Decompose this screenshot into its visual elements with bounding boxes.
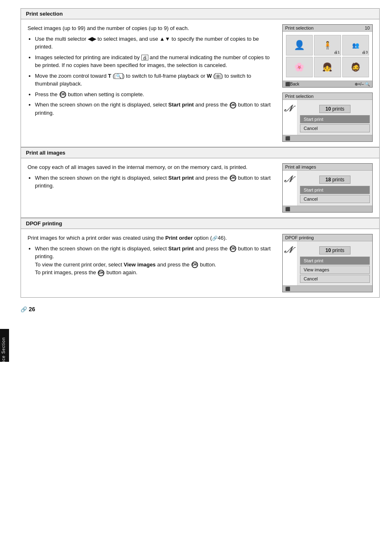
dialog-titlebar-2: Print all images: [283, 164, 372, 171]
dialog-bottom-icon-1: ⬛: [285, 136, 290, 141]
prints-value-2: 18 prints: [319, 176, 350, 184]
print-selection-screens: Print selection 10 👤 🧍 🖨1: [282, 24, 373, 142]
ok-icon-5: OK: [191, 261, 198, 268]
section-print-all-header: Print all images: [21, 148, 379, 158]
camera-mode-icon-1: 𝒩: [284, 103, 292, 114]
dialog-bottom-icon-3: ⬛: [285, 287, 290, 291]
bottom-right-icon: ⊕+/– 🔍: [355, 82, 370, 86]
dialog-bottombar-3: ⬛: [283, 285, 372, 292]
screen-thumbnail-grid: Print selection 10 👤 🧍 🖨1: [282, 24, 373, 88]
dialog-bottombar-2: ⬛: [283, 206, 372, 212]
print-selection-bullets: Use the multi selector ◀▶ to select imag…: [35, 35, 274, 117]
dialog-content-2: 𝒩 18 prints Start print Cancel: [283, 171, 372, 206]
prints-value-1: 10 prints: [319, 105, 350, 113]
section-dpof-body: Print images for which a print order was…: [21, 229, 379, 297]
camera-mode-icon-2: 𝒩: [284, 174, 292, 185]
ok-icon-3: OK: [230, 175, 236, 181]
dialog-left-icon-2: 𝒩: [283, 171, 297, 206]
screen-count-1: 10: [365, 25, 370, 30]
section-print-all: Print all images One copy each of all im…: [21, 147, 380, 218]
screen-print-all-dialog: Print all images 𝒩 18 prints Start print: [282, 163, 373, 213]
dialog-content-3: 𝒩 10 prints Start print View images Canc…: [283, 241, 372, 285]
page-link-icon: 🔗: [21, 306, 27, 312]
screen-thumb-area: 👤 🧍 🖨1 👥 🖨3: [283, 32, 372, 81]
dialog-left-icon-1: 𝒩: [283, 100, 297, 135]
section-print-all-body: One copy each of all images saved in the…: [21, 158, 379, 217]
start-print-button-1[interactable]: Start print: [300, 115, 370, 123]
print-all-bullets: When the screen shown on the right is di…: [35, 174, 274, 190]
dpof-intro: Print images for which a print order was…: [28, 234, 274, 242]
thumb-2-count: 🖨1: [334, 50, 340, 54]
dialog-bottom-icon-2: ⬛: [285, 207, 290, 211]
section-dpof-header: DPOF printing: [21, 218, 379, 229]
section-dpof-text: Print images for which a print order was…: [28, 234, 274, 292]
cancel-button-1[interactable]: Cancel: [300, 124, 370, 132]
dialog-titlebar-1: Print selection: [283, 93, 372, 100]
bullet-1: Use the multi selector ◀▶ to select imag…: [35, 35, 274, 51]
section-print-selection-text: Select images (up to 99) and the number …: [28, 24, 274, 142]
section-dpof: DPOF printing Print images for which a p…: [21, 218, 380, 298]
screen-print-dialog-1: Print selection 𝒩 10 prints: [282, 93, 373, 142]
bullet-4: Press the OK button when setting is comp…: [35, 90, 274, 99]
view-images-button[interactable]: View images: [300, 266, 370, 274]
thumb-2: 🧍 🖨1: [314, 35, 341, 56]
dialog-titlebar-3: DPOF printing: [283, 234, 372, 241]
dialog-right-1: 10 prints Start print Cancel: [297, 100, 372, 135]
start-print-button-2[interactable]: Start print: [300, 186, 370, 194]
screen-titlebar-1: Print selection 10: [283, 25, 372, 32]
screen-bottombar-1: ⬛Back ⊕+/– 🔍: [283, 81, 372, 87]
dialog-left-icon-3: 𝒩: [283, 241, 297, 285]
print-selection-intro: Select images (up to 99) and the number …: [28, 24, 274, 32]
dialog-buttons-2: Start print Cancel: [300, 186, 370, 203]
reference-section-label: Reference Section: [1, 337, 6, 378]
dpof-bullets: When the screen shown on the right is di…: [35, 245, 274, 277]
dpof-bullet-1: When the screen shown on the right is di…: [35, 245, 274, 277]
prints-badge-1: 10 prints: [300, 106, 370, 112]
prints-badge-3: 10 prints: [300, 247, 370, 253]
section-print-selection-body: Select images (up to 99) and the number …: [21, 19, 379, 147]
ok-icon-6: OK: [98, 270, 104, 276]
dialog-buttons-1: Start print Cancel: [300, 115, 370, 132]
cancel-button-2[interactable]: Cancel: [300, 195, 370, 203]
print-all-intro: One copy each of all images saved in the…: [28, 163, 274, 171]
dialog-right-2: 18 prints Start print Cancel: [297, 171, 372, 206]
bullet-3: Move the zoom control toward T (🔍) to sw…: [35, 72, 274, 88]
ok-icon-4: OK: [230, 245, 236, 252]
dialog-right-3: 10 prints Start print View images Cancel: [297, 241, 372, 285]
main-content: Print selection Select images (up to 99)…: [21, 8, 380, 312]
section-print-selection: Print selection Select images (up to 99)…: [21, 8, 380, 147]
thumb-1: 👤: [286, 35, 313, 56]
section-print-selection-header: Print selection: [21, 9, 379, 19]
page-footer: 🔗 26: [21, 306, 380, 312]
thumb-3: 👥 🖨3: [342, 35, 369, 56]
bullet-5: When the screen shown on the right is di…: [35, 101, 274, 117]
thumb-grid-row1: 👤 🧍 🖨1 👥 🖨3: [284, 33, 371, 79]
camera-mode-icon-3: 𝒩: [284, 245, 292, 255]
dialog-bottombar-1: ⬛: [283, 135, 372, 141]
dialog-content-1: 𝒩 10 prints Start print Cancel: [283, 100, 372, 135]
thumb-5: 👧: [314, 57, 341, 77]
thumb-4: 🌸: [286, 57, 313, 77]
ok-icon-1: OK: [60, 91, 66, 98]
screen-dpof-dialog: DPOF printing 𝒩 10 prints Start print: [282, 234, 373, 292]
bullet-2: Images selected for printing are indicat…: [35, 53, 274, 69]
thumb-3-count: 🖨3: [362, 50, 368, 54]
start-print-button-3[interactable]: Start print: [300, 257, 370, 265]
screen-title-1: Print selection: [285, 25, 314, 30]
print-all-bullet-1: When the screen shown on the right is di…: [35, 174, 274, 190]
bottom-left-icon: ⬛Back: [285, 82, 299, 86]
page-number: 26: [29, 306, 35, 312]
section-print-all-text: One copy each of all images saved in the…: [28, 163, 274, 213]
prints-badge-2: 18 prints: [300, 176, 370, 183]
thumb-6: 🧔: [342, 57, 369, 77]
ok-icon-2: OK: [230, 102, 236, 109]
prints-value-3: 10 prints: [319, 246, 350, 255]
cancel-button-3[interactable]: Cancel: [300, 275, 370, 283]
dialog-buttons-3: Start print View images Cancel: [300, 257, 370, 283]
